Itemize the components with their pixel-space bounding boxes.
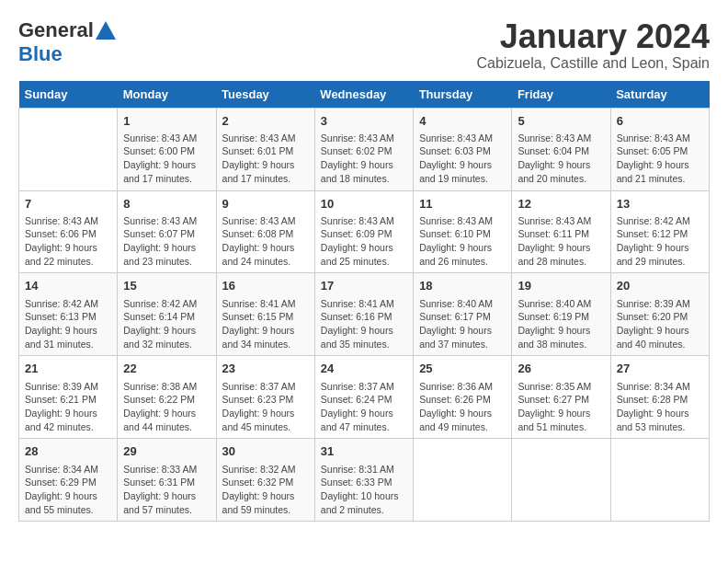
- calendar-cell: [610, 439, 709, 522]
- day-number: 6: [617, 113, 703, 130]
- day-info: Sunrise: 8:43 AMSunset: 6:06 PMDaylight:…: [25, 214, 111, 269]
- day-number: 23: [222, 361, 309, 377]
- day-number: 2: [222, 113, 309, 130]
- calendar-subtitle: Cabizuela, Castille and Leon, Spain: [477, 55, 711, 72]
- day-number: 29: [123, 443, 210, 460]
- day-number: 18: [419, 278, 506, 294]
- day-info: Sunrise: 8:40 AMSunset: 6:17 PMDaylight:…: [419, 297, 506, 351]
- calendar-cell: 21Sunrise: 8:39 AMSunset: 6:21 PMDayligh…: [19, 356, 118, 439]
- calendar-cell: 5Sunrise: 8:43 AMSunset: 6:04 PMDaylight…: [512, 108, 610, 190]
- svg-marker-0: [96, 21, 116, 40]
- day-number: 11: [419, 196, 506, 213]
- calendar-cell: 3Sunrise: 8:43 AMSunset: 6:02 PMDaylight…: [314, 108, 413, 190]
- day-info: Sunrise: 8:32 AMSunset: 6:32 PMDaylight:…: [222, 463, 309, 517]
- day-info: Sunrise: 8:43 AMSunset: 6:11 PMDaylight:…: [518, 214, 604, 269]
- day-number: 27: [617, 361, 703, 377]
- calendar-week-row: 7Sunrise: 8:43 AMSunset: 6:06 PMDaylight…: [19, 190, 710, 273]
- day-info: Sunrise: 8:43 AMSunset: 6:07 PMDaylight:…: [123, 214, 210, 269]
- day-info: Sunrise: 8:43 AMSunset: 6:10 PMDaylight:…: [419, 214, 506, 269]
- day-number: 15: [123, 278, 210, 294]
- day-number: 1: [123, 113, 210, 130]
- calendar-cell: 19Sunrise: 8:40 AMSunset: 6:19 PMDayligh…: [512, 273, 610, 356]
- calendar-cell: 27Sunrise: 8:34 AMSunset: 6:28 PMDayligh…: [610, 356, 709, 439]
- day-number: 12: [518, 196, 604, 213]
- weekday-header: Friday: [512, 81, 610, 109]
- page-header: General Blue January 2024 Cabizuela, Cas…: [18, 18, 710, 72]
- day-info: Sunrise: 8:34 AMSunset: 6:29 PMDaylight:…: [25, 463, 111, 517]
- day-number: 24: [321, 361, 407, 377]
- day-info: Sunrise: 8:41 AMSunset: 6:16 PMDaylight:…: [321, 297, 407, 351]
- day-info: Sunrise: 8:37 AMSunset: 6:23 PMDaylight:…: [222, 380, 309, 434]
- calendar-cell: 8Sunrise: 8:43 AMSunset: 6:07 PMDaylight…: [118, 190, 216, 273]
- calendar-week-row: 21Sunrise: 8:39 AMSunset: 6:21 PMDayligh…: [19, 356, 710, 439]
- weekday-header: Wednesday: [314, 81, 413, 109]
- logo-text-general: General: [18, 18, 94, 42]
- day-number: 9: [222, 196, 309, 213]
- calendar-cell: 25Sunrise: 8:36 AMSunset: 6:26 PMDayligh…: [414, 356, 512, 439]
- day-number: 28: [25, 443, 111, 460]
- day-info: Sunrise: 8:42 AMSunset: 6:14 PMDaylight:…: [123, 297, 210, 351]
- day-info: Sunrise: 8:43 AMSunset: 6:05 PMDaylight:…: [617, 132, 703, 186]
- calendar-cell: 4Sunrise: 8:43 AMSunset: 6:03 PMDaylight…: [414, 108, 512, 190]
- calendar-cell: 17Sunrise: 8:41 AMSunset: 6:16 PMDayligh…: [314, 273, 413, 356]
- day-info: Sunrise: 8:42 AMSunset: 6:13 PMDaylight:…: [25, 297, 111, 351]
- day-info: Sunrise: 8:36 AMSunset: 6:26 PMDaylight:…: [419, 380, 506, 434]
- weekday-header: Saturday: [610, 81, 709, 109]
- day-info: Sunrise: 8:43 AMSunset: 6:01 PMDaylight:…: [222, 132, 309, 186]
- day-info: Sunrise: 8:33 AMSunset: 6:31 PMDaylight:…: [123, 463, 210, 517]
- calendar-cell: 26Sunrise: 8:35 AMSunset: 6:27 PMDayligh…: [512, 356, 610, 439]
- calendar-title: January 2024: [477, 18, 711, 55]
- calendar-cell: 7Sunrise: 8:43 AMSunset: 6:06 PMDaylight…: [19, 190, 118, 273]
- calendar-week-row: 28Sunrise: 8:34 AMSunset: 6:29 PMDayligh…: [19, 439, 710, 522]
- calendar-cell: [414, 439, 512, 522]
- calendar-cell: 6Sunrise: 8:43 AMSunset: 6:05 PMDaylight…: [610, 108, 709, 190]
- calendar-cell: 9Sunrise: 8:43 AMSunset: 6:08 PMDaylight…: [216, 190, 314, 273]
- day-number: 20: [617, 278, 703, 294]
- logo-icon: [96, 21, 116, 40]
- day-number: 19: [518, 278, 604, 294]
- weekday-header: Tuesday: [216, 81, 314, 109]
- calendar-cell: 15Sunrise: 8:42 AMSunset: 6:14 PMDayligh…: [118, 273, 216, 356]
- calendar-cell: 11Sunrise: 8:43 AMSunset: 6:10 PMDayligh…: [414, 190, 512, 273]
- day-info: Sunrise: 8:37 AMSunset: 6:24 PMDaylight:…: [321, 380, 407, 434]
- day-info: Sunrise: 8:40 AMSunset: 6:19 PMDaylight:…: [518, 297, 604, 351]
- day-info: Sunrise: 8:43 AMSunset: 6:08 PMDaylight:…: [222, 214, 309, 269]
- calendar-cell: 24Sunrise: 8:37 AMSunset: 6:24 PMDayligh…: [314, 356, 413, 439]
- calendar-cell: 28Sunrise: 8:34 AMSunset: 6:29 PMDayligh…: [19, 439, 118, 522]
- calendar-cell: 1Sunrise: 8:43 AMSunset: 6:00 PMDaylight…: [118, 108, 216, 190]
- calendar-cell: 22Sunrise: 8:38 AMSunset: 6:22 PMDayligh…: [118, 356, 216, 439]
- calendar-cell: 30Sunrise: 8:32 AMSunset: 6:32 PMDayligh…: [216, 439, 314, 522]
- day-number: 21: [25, 361, 111, 377]
- weekday-header-row: SundayMondayTuesdayWednesdayThursdayFrid…: [19, 81, 710, 109]
- day-info: Sunrise: 8:43 AMSunset: 6:03 PMDaylight:…: [419, 132, 506, 186]
- calendar-cell: 13Sunrise: 8:42 AMSunset: 6:12 PMDayligh…: [610, 190, 709, 273]
- day-number: 30: [222, 443, 309, 460]
- day-number: 7: [25, 196, 111, 213]
- day-number: 22: [123, 361, 210, 377]
- day-info: Sunrise: 8:34 AMSunset: 6:28 PMDaylight:…: [617, 380, 703, 434]
- weekday-header: Sunday: [19, 81, 118, 109]
- calendar-cell: 23Sunrise: 8:37 AMSunset: 6:23 PMDayligh…: [216, 356, 314, 439]
- calendar-cell: 12Sunrise: 8:43 AMSunset: 6:11 PMDayligh…: [512, 190, 610, 273]
- calendar-cell: 10Sunrise: 8:43 AMSunset: 6:09 PMDayligh…: [314, 190, 413, 273]
- calendar-cell: 31Sunrise: 8:31 AMSunset: 6:33 PMDayligh…: [314, 439, 413, 522]
- day-number: 4: [419, 113, 506, 130]
- day-info: Sunrise: 8:35 AMSunset: 6:27 PMDaylight:…: [518, 380, 604, 434]
- calendar-week-row: 1Sunrise: 8:43 AMSunset: 6:00 PMDaylight…: [19, 108, 710, 190]
- day-number: 13: [617, 196, 703, 213]
- day-number: 31: [321, 443, 407, 460]
- calendar-cell: 18Sunrise: 8:40 AMSunset: 6:17 PMDayligh…: [414, 273, 512, 356]
- calendar-week-row: 14Sunrise: 8:42 AMSunset: 6:13 PMDayligh…: [19, 273, 710, 356]
- day-number: 17: [321, 278, 407, 294]
- calendar-cell: 20Sunrise: 8:39 AMSunset: 6:20 PMDayligh…: [610, 273, 709, 356]
- day-info: Sunrise: 8:39 AMSunset: 6:21 PMDaylight:…: [25, 380, 111, 434]
- calendar-cell: 16Sunrise: 8:41 AMSunset: 6:15 PMDayligh…: [216, 273, 314, 356]
- day-info: Sunrise: 8:42 AMSunset: 6:12 PMDaylight:…: [617, 214, 703, 269]
- day-info: Sunrise: 8:43 AMSunset: 6:00 PMDaylight:…: [123, 132, 210, 186]
- weekday-header: Thursday: [414, 81, 512, 109]
- day-number: 25: [419, 361, 506, 377]
- day-number: 8: [123, 196, 210, 213]
- day-info: Sunrise: 8:43 AMSunset: 6:09 PMDaylight:…: [321, 214, 407, 269]
- day-info: Sunrise: 8:43 AMSunset: 6:02 PMDaylight:…: [321, 132, 407, 186]
- day-number: 16: [222, 278, 309, 294]
